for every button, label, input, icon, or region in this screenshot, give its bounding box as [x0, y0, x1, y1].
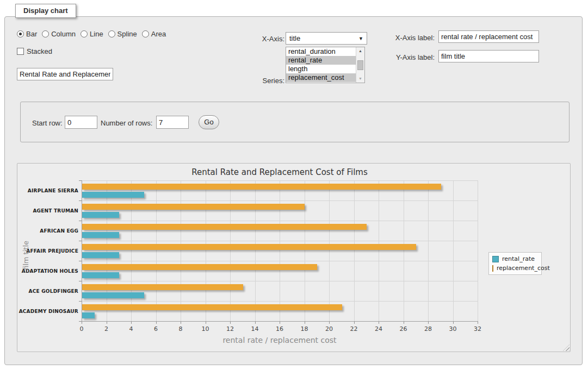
display-chart-panel: BarColumnLineSplineArea Stacked X-Axis: …: [4, 16, 583, 365]
legend-label: replacement_cost: [497, 265, 550, 272]
radio-bar-circle[interactable]: [17, 30, 24, 37]
legend-entry-replacement-cost: replacement_cost: [492, 265, 538, 272]
x-axis-tick: [206, 322, 206, 324]
gridline-v: [453, 180, 454, 321]
gridline-h: [82, 241, 478, 241]
gridline-v: [404, 180, 404, 321]
series-listbox[interactable]: rental_durationrental_ratelengthreplacem…: [286, 47, 365, 83]
page: Display chart BarColumnLineSplineArea St…: [0, 0, 588, 370]
gridline-v: [305, 180, 305, 321]
scrollbar-thumb[interactable]: [357, 60, 363, 70]
go-button[interactable]: Go: [199, 115, 219, 129]
series-option-length[interactable]: length: [286, 65, 356, 73]
gridline-v: [131, 180, 132, 321]
gridline-v: [379, 180, 379, 321]
chart-y-axis-title: film title: [22, 241, 30, 270]
gridline-h: [82, 261, 478, 261]
x-tick-label: 22: [346, 325, 362, 333]
category-label: ACE GOLDFINGER: [17, 289, 78, 294]
bar-rental-rate: [82, 232, 119, 238]
radio-line-label: Line: [90, 30, 103, 38]
x-axis-tick: [181, 322, 181, 324]
x-axis-tick: [404, 322, 404, 324]
x-axis-tick: [280, 322, 280, 324]
series-option-replacement-cost[interactable]: replacement_cost: [286, 73, 356, 82]
listbox-scrollbar[interactable]: ▲ ▼: [356, 47, 364, 83]
x-axis-tick: [107, 322, 107, 324]
x-axis-select[interactable]: title ▼: [286, 32, 367, 45]
gridline-v: [230, 180, 231, 321]
x-axis-tick: [329, 322, 330, 324]
radio-area-circle[interactable]: [142, 30, 149, 37]
radio-area[interactable]: Area: [142, 30, 166, 38]
bar-replacement-cost: [82, 284, 243, 290]
num-rows-input[interactable]: [156, 116, 189, 129]
bar-rental-rate: [82, 312, 95, 318]
chart-title: Rental Rate and Replacement Cost of Film…: [82, 167, 478, 177]
radio-column[interactable]: Column: [42, 30, 76, 38]
radio-column-circle[interactable]: [42, 30, 49, 37]
x-axis-tick: [428, 322, 429, 324]
radio-bar[interactable]: Bar: [17, 30, 37, 38]
x-axis-label-label: X-Axis label:: [380, 34, 435, 42]
num-rows-label: Number of rows:: [101, 119, 152, 127]
chevron-down-icon: ▼: [358, 36, 363, 41]
bar-replacement-cost: [82, 264, 317, 270]
y-axis-label-input[interactable]: [438, 50, 539, 62]
gridline-v: [280, 180, 280, 321]
gridline-v: [206, 180, 206, 321]
x-tick-label: 2: [98, 325, 115, 333]
gridline-h: [82, 221, 478, 221]
series-option-rental-rate[interactable]: rental_rate: [286, 56, 356, 65]
gridline-v: [156, 180, 157, 321]
scroll-up-icon[interactable]: ▲: [356, 47, 364, 55]
gridline-v: [478, 180, 478, 321]
rental-rate-swatch-icon: [492, 256, 499, 262]
x-tick-label: 24: [370, 325, 387, 333]
bar-rental-rate: [82, 272, 119, 278]
x-axis-tick: [305, 322, 305, 324]
x-axis-line: [82, 321, 478, 322]
radio-line[interactable]: Line: [81, 30, 103, 38]
gridline-v: [107, 180, 107, 321]
series-option-rental-duration[interactable]: rental_duration: [286, 47, 356, 56]
stacked-label: Stacked: [27, 47, 52, 55]
x-tick-label: 32: [469, 325, 486, 333]
resize-handle-icon[interactable]: [563, 344, 570, 351]
x-axis-tick: [453, 322, 454, 324]
x-tick-label: 18: [296, 325, 313, 333]
x-axis-tick: [156, 322, 157, 324]
y-axis-label-label: Y-Axis label:: [380, 53, 435, 61]
gridline-h: [82, 180, 478, 181]
bar-rental-rate: [82, 192, 144, 198]
category-label: AFRICAN EGG: [17, 228, 78, 234]
rows-section: Start row: Number of rows: Go: [20, 102, 570, 142]
radio-spline-circle[interactable]: [108, 30, 115, 37]
scroll-down-icon[interactable]: ▼: [356, 75, 364, 83]
x-axis-tick: [478, 322, 478, 324]
fieldset-legend: Display chart: [15, 4, 76, 18]
x-tick-label: 30: [445, 325, 461, 333]
x-tick-label: 28: [420, 325, 436, 333]
bar-replacement-cost: [82, 224, 367, 230]
start-row-input[interactable]: [65, 116, 97, 129]
x-tick-label: 14: [247, 325, 263, 333]
x-axis-label-input[interactable]: [438, 30, 539, 43]
x-tick-label: 20: [321, 325, 337, 333]
x-tick-label: 4: [123, 325, 139, 333]
radio-spline[interactable]: Spline: [108, 30, 137, 38]
stacked-checkbox[interactable]: [17, 48, 24, 55]
start-row-label: Start row:: [32, 119, 63, 127]
series-list-label: Series:: [244, 77, 284, 85]
gridline-v: [428, 180, 429, 321]
chart-title-input[interactable]: [17, 68, 113, 80]
category-label: ACADEMY DINOSAUR: [17, 309, 78, 314]
x-tick-label: 16: [271, 325, 288, 333]
x-axis-selected-value: title: [289, 34, 358, 42]
gridline-v: [354, 180, 355, 321]
x-axis-tick: [379, 322, 379, 324]
x-axis-tick: [354, 322, 355, 324]
legend-entry-rental-rate: rental_rate: [492, 255, 538, 262]
radio-column-label: Column: [51, 30, 76, 38]
radio-line-circle[interactable]: [81, 30, 88, 37]
